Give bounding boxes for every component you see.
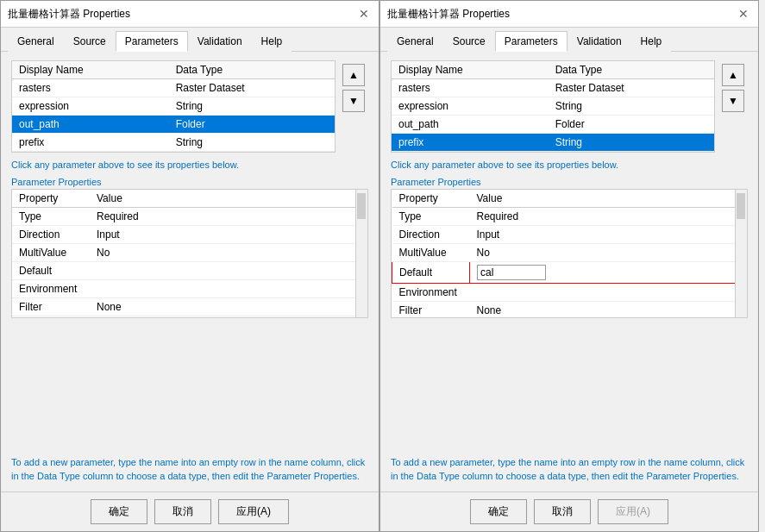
table-row[interactable]: prefixString <box>392 134 714 152</box>
content-right: Display Name Data Type rastersRaster Dat… <box>380 52 758 491</box>
prop-name: Property <box>12 190 90 208</box>
prop-name: Default <box>12 262 90 280</box>
list-item: Environment <box>392 284 747 302</box>
props-table-wrapper-right: PropertyValueTypeRequiredDirectionInputM… <box>391 189 748 318</box>
table-row[interactable]: prefixString <box>12 134 335 152</box>
close-button-right[interactable]: ✕ <box>736 6 751 22</box>
cell-type: Raster Dataset <box>549 79 714 97</box>
prop-value: Value <box>90 190 367 208</box>
param-table-right: Display Name Data Type rastersRaster Dat… <box>392 61 714 152</box>
param-table-container-left: Display Name Data Type rastersRaster Dat… <box>11 60 335 153</box>
prop-name: Type <box>12 208 90 226</box>
tab-source-left[interactable]: Source <box>64 31 116 52</box>
prop-name: MultiValue <box>392 244 470 262</box>
cell-name: expression <box>392 97 549 116</box>
tab-help-right[interactable]: Help <box>631 31 672 52</box>
footer-note-right: To add a new parameter, type the name in… <box>391 456 748 483</box>
default-input[interactable] <box>477 265 546 280</box>
hint-text-right: Click any parameter above to see its pro… <box>391 160 748 170</box>
table-row[interactable]: rastersRaster Dataset <box>12 79 335 97</box>
titlebar-right: 批量栅格计算器 Properties ✕ <box>380 1 758 28</box>
table-row[interactable]: expressionString <box>12 97 335 116</box>
hint-text-left: Click any parameter above to see its pro… <box>11 160 368 170</box>
tab-validation-right[interactable]: Validation <box>567 31 631 52</box>
list-item: FilterNone <box>12 298 367 316</box>
scrollbar-right[interactable] <box>735 190 747 317</box>
arrow-up-right[interactable]: ▲ <box>722 64 744 86</box>
apply-button-right[interactable]: 应用(A) <box>598 499 668 524</box>
arrow-buttons-left: ▲ ▼ <box>339 60 368 116</box>
arrow-buttons-right: ▲ ▼ <box>718 60 748 116</box>
props-table-right: PropertyValueTypeRequiredDirectionInputM… <box>392 190 747 318</box>
cell-type: Folder <box>549 116 714 134</box>
cell-name: rasters <box>12 79 169 97</box>
tab-parameters-right[interactable]: Parameters <box>495 31 567 52</box>
cell-type: String <box>169 97 335 116</box>
list-item: TypeRequired <box>392 208 747 226</box>
prop-value: None <box>470 302 747 319</box>
dialog-right: 批量栅格计算器 Properties ✕ General Source Para… <box>379 0 759 532</box>
tabs-left: General Source Parameters Validation Hel… <box>1 28 379 52</box>
col-displayname-left: Display Name <box>12 61 169 79</box>
prop-value: Value <box>470 190 747 208</box>
scrollbar-left[interactable] <box>355 190 367 317</box>
footer-left: 确定 取消 应用(A) <box>1 491 379 531</box>
scrollbar-thumb-right <box>737 193 745 219</box>
list-item: DirectionInput <box>12 226 367 244</box>
tab-validation-left[interactable]: Validation <box>188 31 252 52</box>
cancel-button-left[interactable]: 取消 <box>154 499 211 524</box>
list-item: Obtained from <box>12 316 367 319</box>
tab-source-right[interactable]: Source <box>443 31 495 52</box>
param-section-left: Display Name Data Type rastersRaster Dat… <box>11 60 368 153</box>
table-row[interactable]: out_pathFolder <box>392 116 714 134</box>
prop-value: Input <box>90 226 367 244</box>
param-table-wrapper-right: Display Name Data Type rastersRaster Dat… <box>391 60 715 153</box>
content-left: Display Name Data Type rastersRaster Dat… <box>1 52 379 491</box>
tab-parameters-left[interactable]: Parameters <box>116 31 188 52</box>
arrow-up-left[interactable]: ▲ <box>342 64 365 86</box>
table-row[interactable]: out_pathFolder <box>12 116 335 134</box>
arrow-down-left[interactable]: ▼ <box>342 90 365 112</box>
list-item: TypeRequired <box>12 208 367 226</box>
arrow-down-right[interactable]: ▼ <box>722 90 744 112</box>
param-props-title-right: Parameter Properties <box>391 177 748 187</box>
list-item: Default <box>392 262 747 284</box>
prop-value <box>90 280 367 298</box>
footer-right: 确定 取消 应用(A) <box>380 491 758 531</box>
cancel-button-right[interactable]: 取消 <box>534 499 591 524</box>
ok-button-right[interactable]: 确定 <box>470 499 527 524</box>
titlebar-left: 批量栅格计算器 Properties ✕ <box>1 1 379 28</box>
cell-name: out_path <box>12 116 169 134</box>
param-table-left: Display Name Data Type rastersRaster Dat… <box>12 61 335 152</box>
ok-button-left[interactable]: 确定 <box>91 499 147 524</box>
table-row[interactable]: expressionString <box>392 97 714 116</box>
list-item: MultiValueNo <box>12 244 367 262</box>
dialog-left: 批量栅格计算器 Properties ✕ General Source Para… <box>0 0 379 532</box>
param-table-container-right: Display Name Data Type rastersRaster Dat… <box>391 60 715 153</box>
tab-general-right[interactable]: General <box>387 31 443 52</box>
cell-name: prefix <box>392 134 549 152</box>
tab-help-left[interactable]: Help <box>252 31 292 52</box>
prop-value: No <box>470 244 747 262</box>
param-props-section-right: Parameter Properties PropertyValueTypeRe… <box>391 177 748 318</box>
list-item: Environment <box>12 280 367 298</box>
list-item: FilterNone <box>392 302 747 319</box>
tab-general-left[interactable]: General <box>8 31 64 52</box>
prop-name: Direction <box>12 226 90 244</box>
dialog-title-right: 批量栅格计算器 Properties <box>387 7 510 22</box>
apply-button-left[interactable]: 应用(A) <box>218 499 289 524</box>
cell-type: String <box>549 134 714 152</box>
table-row[interactable]: rastersRaster Dataset <box>392 79 714 97</box>
table-header-right: Display Name Data Type <box>392 61 714 79</box>
cell-type: String <box>549 97 714 116</box>
prop-value[interactable] <box>470 262 747 284</box>
dialog-title-left: 批量栅格计算器 Properties <box>8 7 130 22</box>
close-button-left[interactable]: ✕ <box>356 6 372 22</box>
cell-name: rasters <box>392 79 549 97</box>
prop-name: Environment <box>12 280 90 298</box>
prop-name: Filter <box>392 302 470 319</box>
prop-value <box>90 316 367 319</box>
cell-name: expression <box>12 97 169 116</box>
prop-value <box>90 262 367 280</box>
prop-value <box>470 284 747 302</box>
